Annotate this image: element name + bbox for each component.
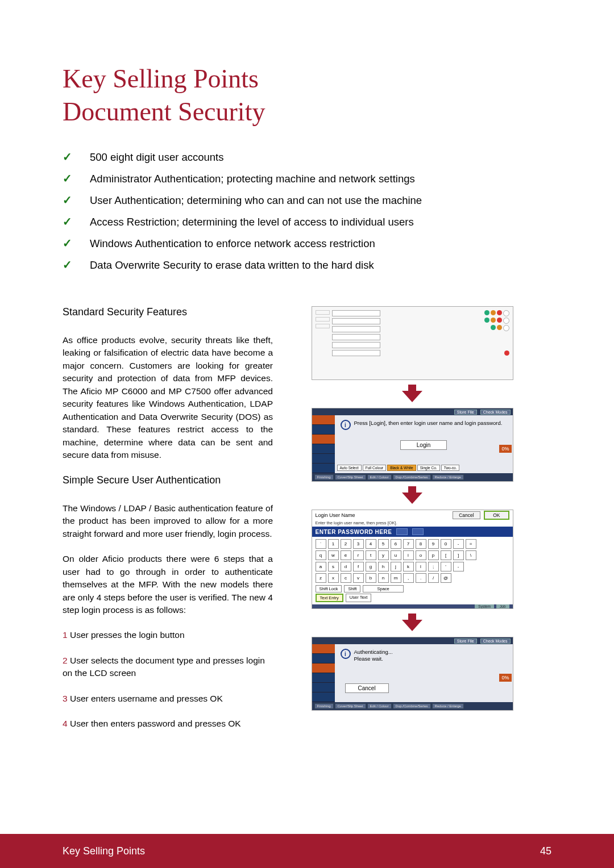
keyboard-key[interactable]: \ [466, 550, 476, 560]
keyboard-key[interactable]: b [366, 573, 376, 583]
keyboard-key[interactable]: y [378, 550, 389, 560]
keyboard-key[interactable]: - [453, 562, 464, 571]
keyboard-key[interactable]: l [416, 562, 426, 571]
store-file-button[interactable]: Store File [454, 410, 477, 415]
foot-button[interactable]: Job [496, 604, 509, 608]
cancel-button[interactable]: Cancel [345, 683, 389, 693]
side-tab[interactable] [312, 654, 335, 663]
keyboard-key[interactable]: @ [441, 573, 451, 583]
bottom-tab[interactable]: Finishing [314, 703, 334, 709]
keyboard-key[interactable]: 1 [328, 539, 339, 549]
checklist-item: Administrator Authentication; protecting… [90, 172, 415, 186]
shift-key[interactable]: Shift [344, 585, 360, 592]
keyboard-key[interactable]: i [403, 550, 414, 560]
keyboard-key[interactable]: m [391, 573, 401, 583]
keyboard-key[interactable]: n [378, 573, 389, 583]
keyboard-key[interactable]: t [366, 550, 376, 560]
tab-full-colour[interactable]: Full Colour [363, 465, 386, 471]
cancel-button[interactable]: Cancel [453, 511, 480, 519]
keyboard-key[interactable]: 3 [353, 539, 364, 549]
login-button[interactable]: Login [400, 440, 447, 450]
keyboard-key[interactable]: u [391, 550, 401, 560]
keyboard-key[interactable]: 8 [416, 539, 426, 549]
side-tab[interactable] [312, 415, 335, 425]
login-instruction: Press [Login], then enter login user nam… [354, 420, 503, 427]
keyboard-key[interactable]: s [328, 562, 339, 571]
keyboard-key[interactable]: ] [453, 550, 464, 560]
subheading-standard: Standard Security Features [63, 306, 273, 318]
checklist: ✓500 eight digit user accounts ✓Administ… [63, 151, 551, 272]
side-tab[interactable] [312, 673, 335, 683]
keyboard-key[interactable]: w [328, 550, 339, 560]
tab-auto-select[interactable]: Auto Select [337, 465, 362, 471]
side-tab[interactable] [312, 425, 335, 435]
step-text: User presses the login button [68, 630, 185, 640]
bottom-tab[interactable]: Reduce / Enlarge [432, 474, 464, 480]
keyboard-key[interactable]: 9 [428, 539, 439, 549]
side-tab[interactable] [312, 444, 335, 454]
keyboard-key[interactable]: g [366, 562, 376, 571]
keyboard-key[interactable]: = [466, 539, 476, 549]
step-number: 3 [63, 694, 68, 703]
user-text-tab[interactable]: User Text [346, 594, 372, 602]
keyboard-key[interactable]: - [453, 539, 464, 549]
side-tab[interactable] [312, 663, 335, 673]
tab-single[interactable]: Single Co. [417, 465, 440, 471]
keyboard-key[interactable]: x [328, 573, 339, 583]
bottom-tab[interactable]: Reduce / Enlarge [432, 703, 464, 709]
keyboard-key[interactable]: 5 [378, 539, 389, 549]
side-tab[interactable] [312, 692, 335, 702]
keyboard-key[interactable]: v [353, 573, 364, 583]
foot-button[interactable]: System [475, 604, 494, 608]
keyboard-key[interactable]: 0 [441, 539, 451, 549]
tab-two[interactable]: Two-co. [441, 465, 460, 471]
keyboard-key[interactable]: o [416, 550, 426, 560]
keyboard-key[interactable]: r [353, 550, 364, 560]
footer-page-number: 45 [540, 845, 551, 857]
bottom-tab[interactable]: Finishing [314, 474, 334, 480]
keyboard-key[interactable]: d [341, 562, 351, 571]
bottom-tab[interactable]: Cover/Slip Sheet [335, 703, 366, 709]
space-key[interactable]: Space [363, 585, 403, 592]
keyboard-key[interactable]: j [391, 562, 401, 571]
side-tab[interactable] [312, 644, 335, 654]
keyboard-key[interactable]: 7 [403, 539, 414, 549]
keyboard-key[interactable]: c [341, 573, 351, 583]
keyboard-key[interactable]: p [428, 550, 439, 560]
keyboard-key[interactable]: k [403, 562, 414, 571]
keyboard-key[interactable]: ` [316, 539, 326, 549]
onscreen-keyboard: `1234567890-= qwertyuiop[]\ asdfghjkl;'-… [312, 537, 513, 585]
side-tab[interactable] [312, 464, 335, 473]
side-tab[interactable] [312, 454, 335, 464]
keyboard-key[interactable]: q [316, 550, 326, 560]
ok-button[interactable]: OK [484, 511, 509, 520]
bottom-tab[interactable]: Dup./Combine/Series [393, 703, 431, 709]
tab-bw[interactable]: Black & White [387, 465, 416, 471]
check-modes-button[interactable]: Check Modes [480, 639, 511, 644]
bottom-tab[interactable]: Cover/Slip Sheet [335, 474, 366, 480]
side-tab[interactable] [312, 435, 335, 444]
bottom-tab[interactable]: Dup./Combine/Series [393, 474, 431, 480]
keyboard-key[interactable]: 2 [341, 539, 351, 549]
keyboard-key[interactable]: h [378, 562, 389, 571]
keyboard-key[interactable]: 6 [391, 539, 401, 549]
keyboard-key[interactable]: z [316, 573, 326, 583]
check-modes-button[interactable]: Check Modes [480, 410, 511, 415]
keyboard-key[interactable]: [ [441, 550, 451, 560]
keyboard-key[interactable]: . [416, 573, 426, 583]
keyboard-key[interactable]: f [353, 562, 364, 571]
keyboard-key[interactable]: ' [441, 562, 451, 571]
bottom-tab[interactable]: Edit / Colour [367, 703, 392, 709]
keyboard-key[interactable]: 4 [366, 539, 376, 549]
text-entry-tab[interactable]: Text Entry [316, 594, 343, 602]
shift-lock-key[interactable]: Shift Lock [316, 585, 342, 592]
keyboard-key[interactable]: e [341, 550, 351, 560]
keyboard-key[interactable]: a [316, 562, 326, 571]
keyboard-key[interactable]: , [403, 573, 414, 583]
keyboard-key[interactable]: / [428, 573, 439, 583]
side-tab[interactable] [312, 683, 335, 692]
bottom-tab[interactable]: Edit / Colour [367, 474, 392, 480]
keyboard-key[interactable]: ; [428, 562, 439, 571]
store-file-button[interactable]: Store File [454, 639, 477, 644]
status-dots [491, 325, 509, 331]
